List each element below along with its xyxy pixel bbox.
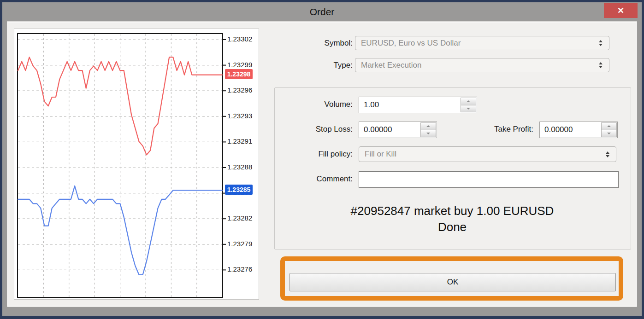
price-tick-label: 1.23302: [227, 35, 260, 44]
volume-label: Volume:: [279, 97, 353, 112]
bid-price-badge: 1.23285: [225, 185, 253, 195]
spinner-up-icon[interactable]: [420, 122, 436, 130]
price-tick-label: 1.23291: [227, 137, 260, 146]
take-profit-label: Take Profit:: [460, 122, 533, 137]
symbol-select-value: EURUSD, Euro vs US Dollar: [361, 39, 461, 47]
order-window: Order ✕ 1.233021.232991.232961.232931.23…: [2, 2, 642, 316]
close-icon: ✕: [617, 6, 624, 16]
window-title: Order: [2, 2, 642, 21]
spinner-down-icon[interactable]: [601, 130, 617, 138]
fill-policy-label: Fill policy:: [279, 146, 353, 162]
close-button[interactable]: ✕: [604, 3, 638, 18]
dialog-content: 1.233021.232991.232961.232931.232911.232…: [7, 21, 637, 307]
titlebar: Order ✕: [2, 2, 642, 21]
spinner-down-icon[interactable]: [420, 130, 436, 138]
spinner-down-icon[interactable]: [461, 105, 476, 113]
volume-field[interactable]: [359, 97, 477, 113]
take-profit-spinner[interactable]: [601, 122, 617, 137]
price-tick-label: 1.23279: [227, 239, 260, 249]
ask-price-badge: 1.23298: [225, 69, 253, 79]
fill-policy-select[interactable]: Fill or Kill: [359, 146, 616, 162]
price-tick-label: 1.23299: [227, 60, 260, 70]
comment-label: Comment:: [279, 171, 353, 187]
take-profit-field[interactable]: [539, 122, 618, 138]
volume-spinner[interactable]: [461, 98, 476, 112]
price-tick-label: 1.23296: [227, 86, 260, 95]
type-select-value: Market Execution: [361, 61, 421, 70]
spinner-up-icon[interactable]: [601, 122, 617, 130]
stop-loss-spinner[interactable]: [420, 122, 436, 137]
type-label: Type:: [279, 58, 353, 72]
spinner-up-icon[interactable]: [461, 98, 476, 105]
tick-chart-svg: [18, 34, 222, 297]
order-status-line1: #20952847 market buy 1.00 EURUSD: [274, 204, 630, 218]
price-tick-label: 1.23282: [227, 214, 260, 223]
comment-field[interactable]: [359, 171, 619, 188]
tick-chart-plot: [17, 33, 223, 298]
ok-button[interactable]: OK: [290, 273, 616, 291]
chevron-updown-icon: [598, 58, 603, 72]
comment-input[interactable]: [359, 172, 618, 187]
stop-loss-label: Stop Loss:: [279, 122, 353, 137]
volume-input[interactable]: [359, 97, 477, 113]
tick-chart-panel: 1.233021.232991.232961.232931.232911.232…: [14, 29, 259, 300]
chevron-updown-icon: [605, 147, 610, 162]
fill-policy-value: Fill or Kill: [365, 150, 396, 158]
stop-loss-field[interactable]: [359, 122, 437, 138]
symbol-select[interactable]: EURUSD, Euro vs US Dollar: [355, 36, 609, 50]
price-tick-label: 1.23276: [227, 265, 260, 274]
order-status-line2: Done: [274, 220, 630, 234]
price-tick-label: 1.23288: [227, 162, 260, 172]
symbol-label: Symbol:: [279, 36, 353, 50]
type-select[interactable]: Market Execution: [355, 58, 609, 72]
chevron-updown-icon: [598, 36, 603, 50]
price-tick-label: 1.23293: [227, 111, 260, 121]
